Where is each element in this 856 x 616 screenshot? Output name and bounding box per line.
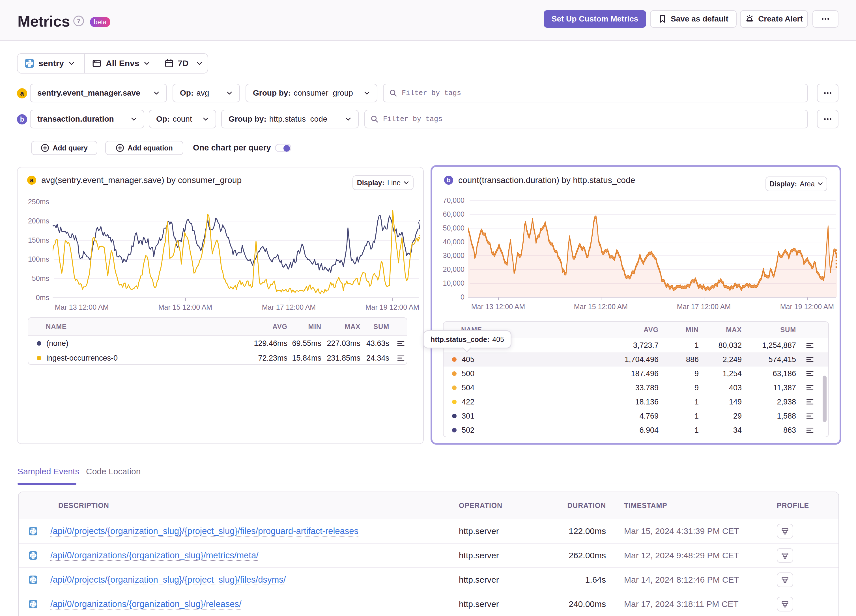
- svg-text:?: ?: [77, 17, 80, 25]
